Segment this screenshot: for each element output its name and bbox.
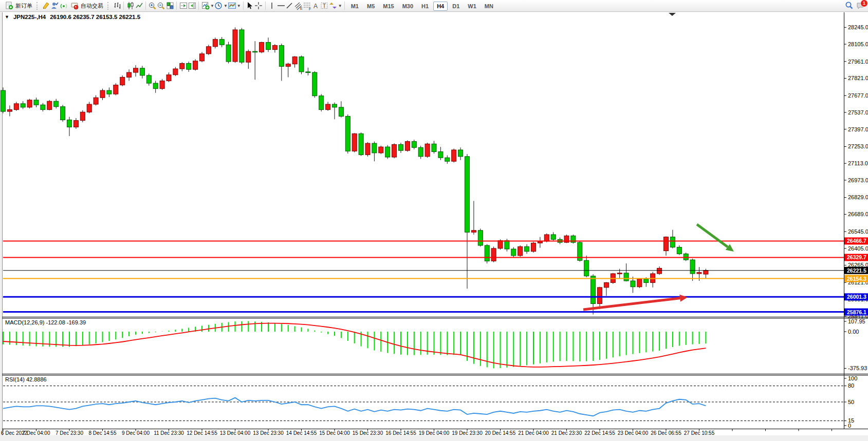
candle-body <box>684 254 688 260</box>
candle-body <box>704 271 708 274</box>
new-order-button[interactable]: 新订单 <box>3 1 34 11</box>
candle-body <box>87 104 91 112</box>
candle-body <box>134 68 138 72</box>
time-label: 19 Dec 23:30 <box>452 430 483 436</box>
bar-chart-icon[interactable] <box>113 2 121 10</box>
candle-body <box>365 143 370 155</box>
candle-body <box>452 150 456 161</box>
candle-body <box>14 104 19 110</box>
text-tool-icon[interactable]: A <box>311 2 320 10</box>
zoom-out-icon[interactable] <box>157 2 165 10</box>
candle-body <box>279 45 284 66</box>
candle-body <box>518 246 523 256</box>
candle-body <box>312 72 317 96</box>
time-label: 20 Dec 14:55 <box>485 430 516 436</box>
periods-clock-icon[interactable] <box>214 2 223 10</box>
candle-body <box>54 101 59 107</box>
chart-title: ▼ JPN225-,H4 26190.6 26235.7 26153.5 262… <box>5 14 140 20</box>
time-label: 19 Dec 04:00 <box>419 430 450 436</box>
tile-windows-icon[interactable] <box>165 2 174 10</box>
price-tick-label: 27113.0 <box>848 160 868 166</box>
timeframe-button-H4[interactable]: H4 <box>433 2 448 11</box>
candle-body <box>260 43 264 52</box>
chart-shift-icon[interactable] <box>188 2 196 10</box>
rsi-scale-label: 0 <box>848 423 851 429</box>
shapes-dropdown-caret[interactable]: ▼ <box>338 4 342 8</box>
line-chart-icon[interactable] <box>135 2 143 10</box>
hline-price-flag-label: 26001.3 <box>847 294 866 300</box>
price-tick-label: 27677.0 <box>848 92 868 99</box>
candle-body <box>425 144 430 157</box>
notification-badge[interactable]: 1 <box>860 0 868 7</box>
auto-trading-button[interactable]: 自动交易 <box>68 1 105 11</box>
metaeditor-icon[interactable] <box>42 2 50 10</box>
templates-icon[interactable] <box>228 2 236 10</box>
indicators-dropdown-caret[interactable]: ▼ <box>210 4 214 8</box>
periods-dropdown-caret[interactable]: ▼ <box>224 4 228 8</box>
search-icon[interactable] <box>844 2 853 10</box>
horizontal-line-tool-icon[interactable] <box>276 2 285 10</box>
svg-text:F: F <box>309 7 311 10</box>
chart-plot-area[interactable] <box>3 12 844 317</box>
price-tick-label: 27821.0 <box>848 75 868 81</box>
candle-body <box>120 77 125 85</box>
zoom-in-icon[interactable] <box>148 2 157 10</box>
candle-body <box>525 246 529 251</box>
candle-body <box>107 90 112 94</box>
time-label: 7 Dec 23:30 <box>56 430 83 436</box>
timeframe-button-D1[interactable]: D1 <box>449 2 463 11</box>
channel-tool-icon[interactable]: E <box>294 2 303 10</box>
hline-price-flag-label: 26154.3 <box>847 276 866 282</box>
notifications-icon[interactable]: 1 <box>856 2 865 10</box>
candle-body <box>140 68 144 75</box>
candle-body <box>584 260 589 276</box>
candlestick-chart-icon[interactable] <box>126 2 135 10</box>
candle-body <box>598 287 602 304</box>
timeframe-button-M30[interactable]: M30 <box>399 2 417 11</box>
toolbar-grip <box>36 2 40 10</box>
vertical-line-tool-icon[interactable] <box>268 2 276 10</box>
timeframe-button-H1[interactable]: H1 <box>418 2 432 11</box>
time-label: 15 Dec 04:00 <box>319 430 350 436</box>
text-label-tool-icon[interactable]: T <box>320 2 329 10</box>
signals-icon[interactable] <box>59 2 68 10</box>
timeframe-button-M5[interactable]: M5 <box>363 2 378 11</box>
hline-price-flag-label: 26329.7 <box>847 254 866 260</box>
toolbar-separator <box>344 2 345 10</box>
auto-scroll-icon[interactable] <box>179 2 188 10</box>
timeframe-button-MN[interactable]: MN <box>481 2 497 11</box>
price-tick-label: 26829.0 <box>848 194 868 200</box>
candle-body <box>27 100 32 107</box>
candle-body <box>153 83 158 89</box>
shapes-tool-icon[interactable] <box>329 2 338 10</box>
chart-canvas: 28245.028105.027961.027821.027677.027537… <box>0 0 868 441</box>
candle-body <box>465 157 470 232</box>
timeframe-button-M15[interactable]: M15 <box>379 2 397 11</box>
candle-body <box>664 237 669 251</box>
candle-body <box>624 273 629 281</box>
candle-body <box>438 151 443 158</box>
candle-body <box>167 75 171 81</box>
candle-body <box>412 142 416 148</box>
candle-body <box>286 64 290 67</box>
cursor-icon[interactable] <box>246 2 254 10</box>
timeframe-button-W1[interactable]: W1 <box>464 2 480 11</box>
timeframe-button-M1[interactable]: M1 <box>347 2 362 11</box>
indicators-add-icon[interactable] <box>201 2 210 10</box>
rsi-label: RSI(14) 42.8886 <box>5 376 47 382</box>
templates-dropdown-caret[interactable]: ▼ <box>237 4 241 8</box>
trendline-tool-icon[interactable] <box>285 2 294 10</box>
toolbar-separator <box>123 2 124 10</box>
time-label: 23 Dec 04:00 <box>618 430 649 436</box>
time-label: 8 Dec 14:55 <box>89 430 117 436</box>
symbol-dropdown-icon[interactable]: ▼ <box>5 14 9 20</box>
price-tick-label: 27397.0 <box>848 126 868 132</box>
profile-icon[interactable] <box>50 2 59 10</box>
crosshair-icon[interactable] <box>254 2 263 10</box>
candle-body <box>206 47 211 54</box>
fibonacci-tool-icon[interactable]: F <box>303 2 311 10</box>
time-label: 11 Dec 23:30 <box>154 430 184 436</box>
candle-body <box>173 69 178 75</box>
candle-body <box>432 144 436 151</box>
time-label: 12 Dec 14:55 <box>187 430 217 436</box>
